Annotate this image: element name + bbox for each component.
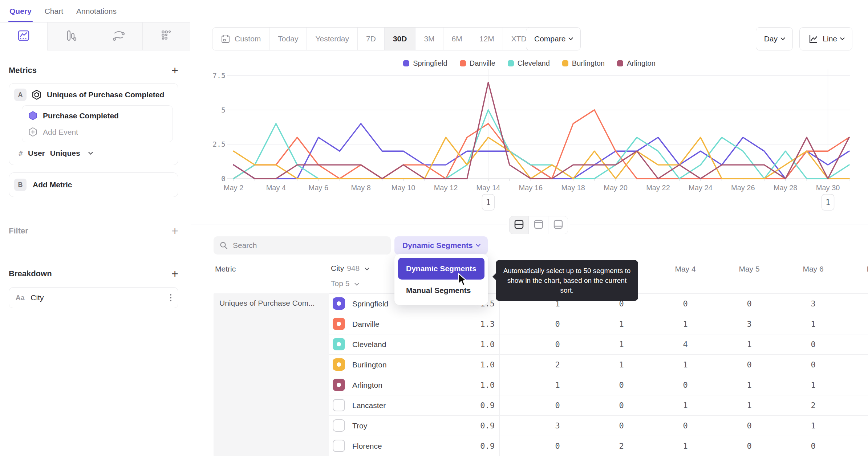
- segment-value-cell: 3: [717, 314, 781, 334]
- kebab-menu-icon[interactable]: [170, 294, 171, 301]
- chart-style-button[interactable]: Line: [799, 27, 852, 50]
- segment-search[interactable]: [214, 236, 391, 255]
- svg-text:May 24: May 24: [689, 184, 713, 192]
- layout-split-rows-button[interactable]: [509, 216, 529, 234]
- tab-river-chart[interactable]: [95, 23, 142, 50]
- svg-text:7.5: 7.5: [212, 71, 226, 80]
- tab-query[interactable]: Query: [9, 0, 32, 22]
- tab-scatter-chart[interactable]: [142, 23, 190, 50]
- date-column-header[interactable]: May 6: [781, 265, 845, 273]
- segment-row-lancaster: Lancaster0.900112: [329, 395, 868, 415]
- segment-name: Florence: [352, 436, 382, 456]
- date-range-today[interactable]: Today: [269, 28, 307, 50]
- segment-checkbox[interactable]: [333, 318, 345, 330]
- segment-checkbox[interactable]: [333, 440, 345, 452]
- segment-checkbox[interactable]: [333, 338, 345, 350]
- segment-mode-button[interactable]: Dynamic Segments: [394, 236, 488, 255]
- segment-name: Troy: [352, 416, 367, 436]
- date-range-label: 6M: [452, 34, 462, 43]
- top-n-selector[interactable]: Top 5: [331, 279, 358, 288]
- segment-average: 1.0: [423, 375, 495, 395]
- metric-card-b[interactable]: B Add Metric: [9, 172, 178, 197]
- tab-bar-chart[interactable]: [47, 23, 95, 50]
- svg-text:May 14: May 14: [476, 184, 500, 192]
- add-event-row[interactable]: Add Event: [28, 127, 167, 137]
- line-style-icon: [808, 33, 819, 44]
- date-range-label: 3M: [424, 34, 434, 43]
- date-range-12m[interactable]: 12M: [471, 28, 503, 50]
- date-column-header[interactable]: May 5: [717, 265, 781, 273]
- breakdown-property-card[interactable]: Aa City: [9, 287, 178, 308]
- segment-value-cell: 1: [653, 355, 717, 375]
- breakdown-column-header[interactable]: City948: [331, 264, 369, 273]
- date-range-6m[interactable]: 6M: [443, 28, 471, 50]
- chevron-down-icon: [88, 150, 93, 155]
- date-range-custom[interactable]: Custom: [212, 28, 269, 50]
- compare-button[interactable]: Compare: [526, 27, 581, 50]
- filter-section-header: Filter +: [9, 226, 178, 236]
- tab-chart[interactable]: Chart: [45, 0, 63, 22]
- tab-annotations[interactable]: Annotations: [76, 0, 117, 22]
- metric-name[interactable]: Uniques of Purchase Completed: [47, 90, 164, 99]
- annotation-badge[interactable]: 1: [482, 194, 494, 210]
- event-hexagon-icon: [28, 111, 38, 121]
- date-range-yesterday[interactable]: Yesterday: [307, 28, 357, 50]
- line-chart[interactable]: 02.557.5May 2May 4May 6May 8May 10May 12…: [191, 54, 868, 216]
- measure-row[interactable]: # User Uniques: [19, 149, 173, 158]
- date-range-30d[interactable]: 30D: [384, 28, 415, 50]
- segment-value-cell: 0: [717, 416, 781, 436]
- date-column-header[interactable]: May 4: [653, 265, 717, 273]
- table-bottom-layout-icon: [553, 219, 564, 231]
- annotation-badge[interactable]: 1: [822, 194, 834, 210]
- add-metric-plus-icon[interactable]: +: [171, 66, 178, 75]
- segment-checkbox[interactable]: [333, 358, 345, 371]
- segment-value-cell: 1: [653, 436, 717, 456]
- chevron-down-icon: [840, 36, 845, 40]
- segment-value-cell: 0: [526, 395, 589, 415]
- metric-cell: Uniques of Purchase Com...: [214, 293, 329, 456]
- segment-value-cell: 0: [653, 375, 717, 395]
- segment-value-cell: 0: [526, 314, 589, 334]
- search-input[interactable]: [233, 241, 385, 250]
- dropdown-item-manual-segments[interactable]: Manual Segments: [398, 280, 484, 301]
- line-chart-icon: [17, 29, 30, 44]
- segment-average: 1.0: [423, 355, 495, 375]
- svg-text:May 6: May 6: [309, 184, 328, 192]
- svg-text:May 12: May 12: [434, 184, 458, 192]
- query-sidebar: Query Chart Annotations: [0, 0, 190, 456]
- add-filter-plus-icon[interactable]: +: [171, 226, 178, 236]
- svg-text:5: 5: [221, 106, 226, 114]
- date-column-header[interactable]: May 7: [845, 265, 868, 273]
- segment-mode-label: Dynamic Segments: [402, 241, 473, 250]
- chevron-down-icon: [476, 242, 480, 247]
- granularity-label: Day: [764, 34, 778, 43]
- granularity-button[interactable]: Day: [756, 27, 793, 50]
- segment-value-cell: 3: [781, 294, 845, 314]
- metric-card-a: A Uniques of Purchase Completed: [9, 83, 178, 165]
- filter-title: Filter: [9, 226, 28, 236]
- layout-table-bottom-button[interactable]: [548, 216, 568, 234]
- segment-value-cell: 0: [781, 334, 845, 354]
- svg-text:2.5: 2.5: [212, 140, 226, 148]
- date-range-7d[interactable]: 7D: [357, 28, 384, 50]
- segment-value-cell: 2: [589, 436, 653, 456]
- layout-switcher: [507, 214, 570, 236]
- segment-checkbox[interactable]: [333, 419, 345, 432]
- segment-value-cell: 0: [717, 355, 781, 375]
- add-breakdown-plus-icon[interactable]: +: [171, 269, 178, 278]
- date-range-3m[interactable]: 3M: [415, 28, 443, 50]
- chevron-down-icon: [354, 281, 359, 286]
- layout-chart-top-button[interactable]: [529, 216, 548, 234]
- tab-line-chart[interactable]: [0, 23, 47, 50]
- chevron-down-icon: [569, 36, 573, 40]
- bar-chart-icon: [65, 29, 78, 44]
- dropdown-item-dynamic-segments[interactable]: Dynamic Segments: [398, 258, 484, 280]
- segment-checkbox[interactable]: [333, 399, 345, 411]
- breakdown-count: 948: [347, 264, 360, 272]
- event-name: Purchase Completed: [43, 111, 119, 120]
- event-row[interactable]: Purchase Completed: [28, 111, 167, 121]
- segment-value-cell: 0: [653, 416, 717, 436]
- segment-checkbox[interactable]: [333, 297, 345, 310]
- date-range-label: 12M: [479, 34, 494, 43]
- segment-checkbox[interactable]: [333, 379, 345, 391]
